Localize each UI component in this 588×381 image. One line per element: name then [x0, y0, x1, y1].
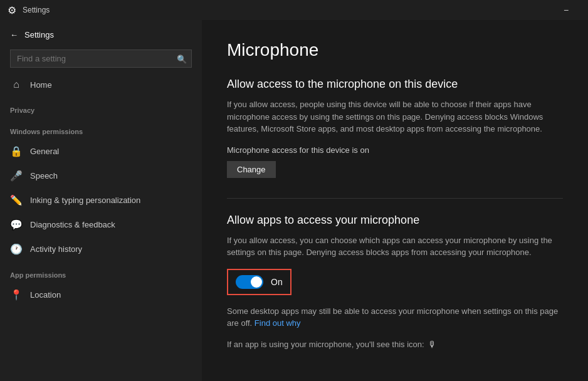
location-icon: 📍 [10, 289, 23, 301]
sidebar-item-general-label: General [30, 147, 59, 156]
speech-icon: 🎤 [10, 170, 23, 182]
sidebar-item-speech-label: Speech [30, 171, 58, 180]
title-bar-controls: − [552, 0, 580, 20]
toggle-label: On [271, 277, 283, 287]
sidebar-item-inking[interactable]: ✏️ Inking & typing personalization [0, 188, 202, 212]
sidebar-item-location-label: Location [30, 290, 61, 300]
sidebar-item-activity[interactable]: 🕐 Activity history [0, 237, 202, 261]
section-label-windows-permissions: Windows permissions [0, 118, 202, 139]
sidebar-search-container: 🔍 [10, 50, 192, 68]
app-container: ← Settings 🔍 ⌂ Home Privacy Windows perm… [0, 20, 588, 381]
desktop-apps-note: Some desktop apps may still be able to a… [227, 305, 563, 330]
apps-section-title: Allow apps to access your microphone [227, 214, 563, 227]
search-input[interactable] [10, 50, 192, 68]
privacy-label: Privacy [0, 97, 202, 118]
change-button[interactable]: Change [227, 161, 276, 178]
microphone-icon: 🎙 [428, 340, 437, 350]
device-status-text: Microphone access for this device is on [227, 145, 563, 155]
activity-icon: 🕐 [10, 243, 23, 255]
sidebar-back-button[interactable]: ← Settings [0, 25, 202, 44]
microphone-toggle[interactable] [236, 275, 263, 289]
sidebar-item-home-label: Home [30, 80, 52, 90]
sidebar-item-location[interactable]: 📍 Location [0, 283, 202, 307]
device-section-description: If you allow access, people using this d… [227, 98, 563, 135]
diagnostics-icon: 💬 [10, 219, 23, 231]
find-out-why-link[interactable]: Find out why [255, 318, 301, 328]
main-panel: Microphone Allow access to the microphon… [202, 20, 588, 381]
home-icon: ⌂ [10, 79, 23, 90]
search-icon: 🔍 [177, 54, 187, 63]
apps-section-description: If you allow access, you can choose whic… [227, 234, 563, 259]
toggle-row: On [227, 269, 291, 295]
icon-note: If an app is using your microphone, you'… [227, 340, 563, 350]
title-bar-left: ⚙ Settings [8, 4, 50, 16]
sidebar-item-activity-label: Activity history [30, 244, 82, 254]
back-arrow-icon: ← [10, 30, 18, 39]
section-divider [227, 198, 563, 199]
sidebar-item-general[interactable]: 🔒 General [0, 139, 202, 164]
device-section-title: Allow access to the microphone on this d… [227, 78, 563, 91]
window-icon: ⚙ [8, 4, 16, 16]
sidebar-back-label: Settings [24, 30, 54, 39]
sidebar: ← Settings 🔍 ⌂ Home Privacy Windows perm… [0, 20, 202, 381]
icon-note-text: If an app is using your microphone, you'… [227, 340, 424, 349]
section-label-app-permissions: App permissions [0, 261, 202, 283]
inking-icon: ✏️ [10, 194, 23, 206]
sidebar-item-speech[interactable]: 🎤 Speech [0, 164, 202, 188]
minimize-button[interactable]: − [552, 0, 580, 20]
page-title: Microphone [227, 40, 563, 60]
title-bar: ⚙ Settings − [0, 0, 588, 20]
sidebar-item-diagnostics[interactable]: 💬 Diagnostics & feedback [0, 212, 202, 237]
sidebar-item-inking-label: Inking & typing personalization [30, 196, 140, 205]
sidebar-item-home[interactable]: ⌂ Home [0, 73, 202, 97]
title-bar-title: Settings [23, 6, 50, 14]
sidebar-item-diagnostics-label: Diagnostics & feedback [30, 220, 115, 229]
general-icon: 🔒 [10, 145, 23, 157]
